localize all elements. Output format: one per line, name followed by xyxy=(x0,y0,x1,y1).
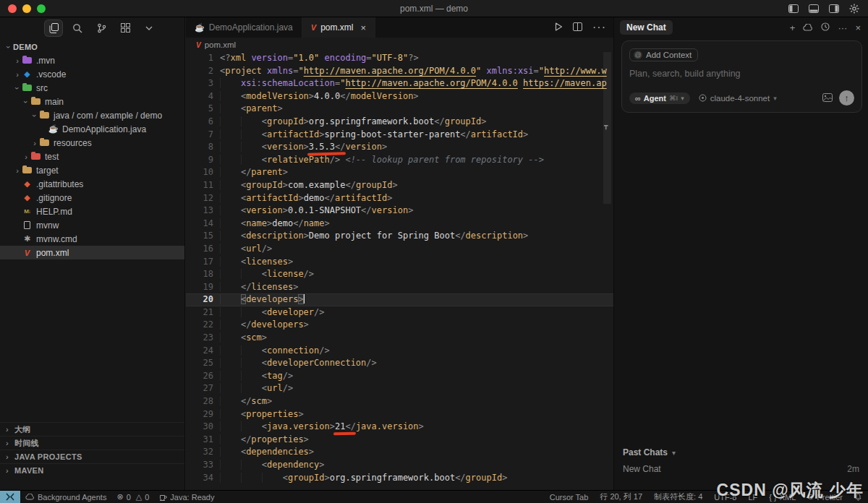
code-line[interactable]: 31 </properties> xyxy=(186,434,613,447)
problems-status[interactable]: ⊗ 0 △ 0 xyxy=(111,492,154,502)
code-line[interactable]: 26 <tag/> xyxy=(186,370,613,383)
code-line[interactable]: 25 <developerConnection/> xyxy=(186,357,613,370)
cursor-tab-status[interactable]: Cursor Tab xyxy=(544,493,595,502)
tree-item-java-com-example-demo[interactable]: ›java / com / example / demo xyxy=(0,108,184,122)
code-line[interactable]: 1<?xml version="1.0" encoding="UTF-8"?> xyxy=(186,52,613,65)
code-line[interactable]: 34 <groupId>org.springframework.boot</gr… xyxy=(186,472,613,485)
java-status[interactable]: Java: Ready xyxy=(154,493,219,502)
new-chat-plus-icon[interactable]: + xyxy=(790,22,796,33)
zoom-window-button[interactable] xyxy=(37,4,46,13)
code-line[interactable]: 12 <artifactId>demo</artifactId> xyxy=(186,192,613,205)
tree-item-test[interactable]: ›test xyxy=(0,150,184,163)
sidebar-section-大纲[interactable]: ›大纲 xyxy=(0,422,184,436)
past-chats-toggle[interactable]: Past Chats ▾ xyxy=(623,447,859,457)
code-line[interactable]: 30 <java.version>21</java.version> xyxy=(186,421,613,434)
code-line[interactable]: 28 </scm> xyxy=(186,395,613,408)
code-line[interactable]: 14 <name>demo</name> xyxy=(186,218,613,231)
code-line[interactable]: 4 <modelVersion>4.0.0</modelVersion> xyxy=(186,90,613,103)
sidebar-section-时间线[interactable]: ›时间线 xyxy=(0,436,184,450)
line-col-status[interactable]: 行 20, 列 17 xyxy=(594,491,648,502)
tab-demoapplication[interactable]: ☕ DemoApplication.java xyxy=(186,17,302,38)
more-views-chevron-icon[interactable] xyxy=(140,20,158,36)
code-token: groupId xyxy=(445,116,482,126)
code-line[interactable]: 17 <licenses> xyxy=(186,256,613,269)
tree-item--vscode[interactable]: ›◆.vscode xyxy=(0,67,184,81)
code-line[interactable]: 19 </licenses> xyxy=(186,281,613,294)
tree-item-resources[interactable]: ›resources xyxy=(0,136,184,150)
tree-item-main[interactable]: ›main xyxy=(0,95,184,108)
split-editor-icon[interactable] xyxy=(573,21,582,34)
code-line[interactable]: 32 <dependencies> xyxy=(186,446,613,459)
past-chat-item[interactable]: New Chat 2m xyxy=(623,464,859,474)
code-line[interactable]: 2<project xmlns="http://maven.apache.org… xyxy=(186,65,613,78)
tree-item-src[interactable]: ›src xyxy=(0,81,184,95)
code-line[interactable]: 8 <version>3.5.3</version> xyxy=(186,141,613,154)
cloud-icon[interactable] xyxy=(803,22,813,33)
search-icon[interactable] xyxy=(69,20,86,36)
tree-item-help-md[interactable]: M↓HELP.md xyxy=(0,205,184,218)
toggle-bottom-panel-icon[interactable] xyxy=(809,4,819,13)
explorer-files-icon[interactable] xyxy=(45,20,62,36)
minimize-window-button[interactable] xyxy=(22,4,31,13)
add-context-chip[interactable]: @ Add Context xyxy=(629,48,698,61)
model-selector[interactable]: claude-4-sonnet ▾ xyxy=(699,94,777,103)
tree-item-mvnw[interactable]: mvnw xyxy=(0,218,184,232)
close-tab-icon[interactable]: × xyxy=(360,22,366,33)
code-line[interactable]: 6 <groupId>org.springframework.boot</gro… xyxy=(186,116,613,129)
indentation-status[interactable]: 制表符长度: 4 xyxy=(648,491,708,502)
background-agents-status[interactable]: Background Agents xyxy=(20,493,111,502)
agent-mode-selector[interactable]: ∞ Agent ⌘I ▾ xyxy=(629,93,690,104)
code-line[interactable]: 11 <groupId>com.example</groupId> xyxy=(186,179,613,192)
breadcrumb[interactable]: V pom.xml xyxy=(186,38,613,52)
tree-item--gitignore[interactable]: ◆.gitignore xyxy=(0,191,184,205)
toggle-left-sidebar-icon[interactable] xyxy=(788,4,799,13)
close-panel-icon[interactable]: × xyxy=(855,22,861,33)
sidebar-section-maven[interactable]: ›MAVEN xyxy=(0,463,184,477)
code-line[interactable]: 33 <dependency> xyxy=(186,459,613,472)
code-line[interactable]: 24 <connection/> xyxy=(186,345,613,358)
code-line[interactable]: 7 <artifactId>spring-boot-starter-parent… xyxy=(186,129,613,142)
run-file-icon[interactable] xyxy=(555,21,563,34)
tab-pomxml[interactable]: V pom.xml × xyxy=(302,17,375,38)
code-line[interactable]: 27 <url/> xyxy=(186,382,613,395)
tree-item-demo[interactable]: ›DEMO xyxy=(0,40,184,53)
extensions-icon[interactable] xyxy=(116,20,134,36)
code-line[interactable]: 10 </parent> xyxy=(186,166,613,179)
code-line[interactable]: 18 <license/> xyxy=(186,268,613,281)
chat-input-box[interactable]: @ Add Context Plan, search, build anythi… xyxy=(621,40,862,113)
code-line[interactable]: 20 <developers> xyxy=(186,293,613,306)
history-clock-icon[interactable] xyxy=(821,22,830,33)
code-line[interactable]: 15 <description>Demo project for Spring … xyxy=(186,230,613,243)
code-line[interactable]: 21 <developer/> xyxy=(186,306,613,319)
tree-item-label: DemoApplication.java xyxy=(62,124,146,134)
chat-input-placeholder[interactable]: Plan, search, build anything xyxy=(629,69,854,79)
attach-image-icon[interactable] xyxy=(822,92,833,105)
code-line[interactable]: 13 <version>0.0.1-SNAPSHOT</version> xyxy=(186,205,613,218)
code-token: modelVersion xyxy=(351,91,414,101)
tree-item-pom-xml[interactable]: Vpom.xml xyxy=(0,246,184,259)
code-line[interactable]: 16 <url/> xyxy=(186,243,613,256)
code-line[interactable]: 22 </developers> xyxy=(186,319,613,332)
close-window-button[interactable] xyxy=(8,4,17,13)
tree-item-mvnw-cmd[interactable]: ✱mvnw.cmd xyxy=(0,232,184,246)
code-line[interactable]: 9 <relativePath/> <!-- lookup parent fro… xyxy=(186,154,613,167)
source-control-icon[interactable] xyxy=(93,20,110,36)
sidebar-section-java-projects[interactable]: ›JAVA PROJECTS xyxy=(0,450,184,463)
toggle-right-sidebar-icon[interactable] xyxy=(829,4,839,13)
settings-gear-icon[interactable] xyxy=(849,4,859,14)
tree-item-target[interactable]: ›target xyxy=(0,163,184,177)
remote-indicator[interactable] xyxy=(0,491,20,503)
tree-item--mvn[interactable]: ›.mvn xyxy=(0,53,184,67)
file-icon xyxy=(22,220,33,230)
more-actions-icon[interactable]: ··· xyxy=(592,21,606,34)
tree-item-demoapplication-java[interactable]: ☕DemoApplication.java xyxy=(0,122,184,136)
code-line[interactable]: 3 xsi:schemaLocation="http://maven.apach… xyxy=(186,77,613,90)
chat-more-icon[interactable]: ··· xyxy=(838,22,847,33)
code-line[interactable]: 23 <scm> xyxy=(186,332,613,345)
tree-item--gitattributes[interactable]: ◆.gitattributes xyxy=(0,177,184,191)
code-line[interactable]: 5 <parent> xyxy=(186,103,613,116)
code-line[interactable]: 29 <properties> xyxy=(186,408,613,421)
code-editor[interactable]: 1<?xml version="1.0" encoding="UTF-8"?>2… xyxy=(186,52,613,490)
send-button[interactable]: ↑ xyxy=(839,90,854,106)
chat-tab-new-chat[interactable]: New Chat xyxy=(620,20,673,35)
